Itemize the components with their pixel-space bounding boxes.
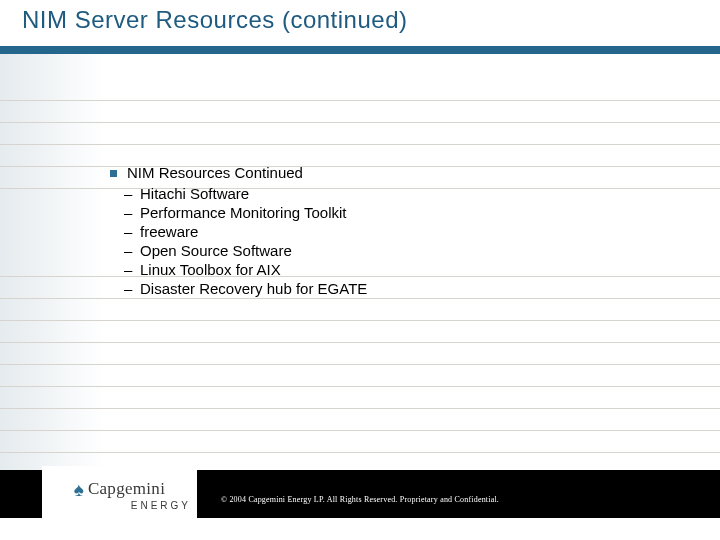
sub-list: –Hitachi Software–Performance Monitoring…	[124, 185, 367, 297]
background-line	[0, 364, 720, 365]
bullet-heading: NIM Resources Continued	[127, 164, 303, 181]
background-line	[0, 452, 720, 453]
content-block: NIM Resources Continued –Hitachi Softwar…	[110, 164, 367, 299]
list-item-text: Disaster Recovery hub for EGATE	[140, 280, 367, 297]
list-item-text: Open Source Software	[140, 242, 292, 259]
title-bar: NIM Server Resources (continued)	[0, 0, 720, 54]
background-line	[0, 100, 720, 101]
background-line	[0, 386, 720, 387]
background-line	[0, 144, 720, 145]
dash-icon: –	[124, 242, 140, 259]
dash-icon: –	[124, 223, 140, 240]
title-underline	[0, 46, 720, 54]
list-item-text: Hitachi Software	[140, 185, 249, 202]
list-item: –Open Source Software	[124, 242, 367, 259]
slide-title: NIM Server Resources (continued)	[22, 6, 720, 34]
spade-icon: ♠	[74, 480, 84, 499]
list-item: –freeware	[124, 223, 367, 240]
dash-icon: –	[124, 204, 140, 221]
background-line	[0, 122, 720, 123]
list-item-text: Performance Monitoring Toolkit	[140, 204, 346, 221]
left-gradient	[0, 54, 104, 484]
dash-icon: –	[124, 280, 140, 297]
logo: ♠ Capgemini ENERGY	[42, 466, 197, 524]
list-item-text: Linux Toolbox for AIX	[140, 261, 281, 278]
list-item: –Hitachi Software	[124, 185, 367, 202]
background-line	[0, 408, 720, 409]
bullet-row: NIM Resources Continued	[110, 164, 367, 181]
list-item: –Disaster Recovery hub for EGATE	[124, 280, 367, 297]
dash-icon: –	[124, 261, 140, 278]
list-item-text: freeware	[140, 223, 198, 240]
background-line	[0, 430, 720, 431]
slide: NIM Server Resources (continued) NIM Res…	[0, 0, 720, 540]
logo-sub: ENERGY	[131, 500, 191, 511]
background-line	[0, 320, 720, 321]
background-line	[0, 342, 720, 343]
dash-icon: –	[124, 185, 140, 202]
logo-name: Capgemini	[88, 479, 165, 499]
list-item: –Linux Toolbox for AIX	[124, 261, 367, 278]
square-bullet-icon	[110, 170, 117, 177]
list-item: –Performance Monitoring Toolkit	[124, 204, 367, 221]
logo-top: ♠ Capgemini	[74, 479, 165, 499]
